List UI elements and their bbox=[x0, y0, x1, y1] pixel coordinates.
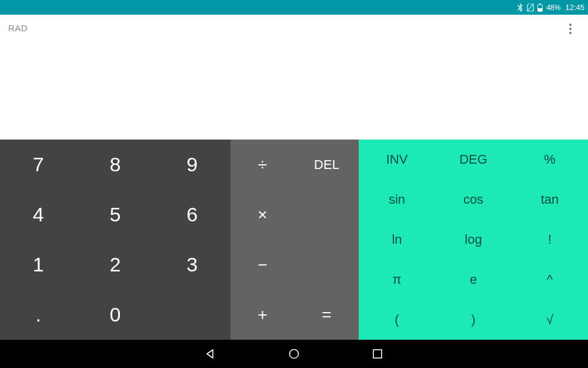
svg-point-4 bbox=[290, 350, 299, 359]
delete-button[interactable]: DEL bbox=[295, 140, 359, 190]
fn-deg[interactable]: DEG bbox=[435, 140, 512, 180]
dots-vertical-icon bbox=[569, 24, 572, 26]
fn-inv[interactable]: INV bbox=[359, 140, 435, 180]
op-multiply[interactable]: × bbox=[230, 190, 295, 240]
op-add[interactable]: + bbox=[230, 290, 295, 340]
op-blank-2 bbox=[295, 240, 359, 290]
fn-percent[interactable]: % bbox=[512, 140, 588, 180]
svg-line-0 bbox=[527, 4, 533, 11]
status-bar: 48% 12:45 bbox=[0, 0, 588, 15]
battery-icon bbox=[537, 4, 543, 12]
nav-back-button[interactable] bbox=[204, 347, 217, 360]
op-blank-1 bbox=[295, 190, 359, 240]
advanced-pad: INV DEG % sin cos tan ln log ! π e ^ ( )… bbox=[359, 140, 588, 340]
operator-pad: ÷ DEL × − + = bbox=[230, 140, 359, 340]
overflow-menu-button[interactable] bbox=[563, 22, 577, 36]
numeric-pad: 7 8 9 4 5 6 1 2 3 . 0 bbox=[0, 140, 230, 340]
const-pi[interactable]: π bbox=[359, 260, 435, 300]
digit-3[interactable]: 3 bbox=[153, 240, 230, 290]
nav-bar bbox=[0, 340, 588, 368]
triangle-back-icon bbox=[205, 348, 216, 360]
digit-9[interactable]: 9 bbox=[153, 140, 230, 190]
digit-0[interactable]: 0 bbox=[77, 290, 154, 340]
digit-8[interactable]: 8 bbox=[77, 140, 154, 190]
left-paren[interactable]: ( bbox=[359, 300, 435, 340]
svg-rect-5 bbox=[373, 350, 382, 358]
equals-button[interactable]: = bbox=[295, 290, 359, 340]
angle-mode: RAD bbox=[8, 23, 28, 33]
fn-sqrt[interactable]: √ bbox=[512, 300, 588, 340]
calc-display: RAD bbox=[0, 15, 588, 140]
digit-1[interactable]: 1 bbox=[0, 240, 77, 290]
battery-percent: 48% bbox=[546, 4, 560, 12]
svg-rect-3 bbox=[538, 8, 542, 12]
square-recent-icon bbox=[372, 349, 383, 359]
status-clock: 12:45 bbox=[565, 3, 584, 12]
fn-power[interactable]: ^ bbox=[512, 260, 588, 300]
digit-6[interactable]: 6 bbox=[153, 190, 230, 240]
digit-4[interactable]: 4 bbox=[0, 190, 77, 240]
fn-cos[interactable]: cos bbox=[435, 180, 512, 220]
fn-ln[interactable]: ln bbox=[359, 220, 435, 260]
digit-5[interactable]: 5 bbox=[77, 190, 154, 240]
nav-recent-button[interactable] bbox=[371, 347, 384, 360]
fn-factorial[interactable]: ! bbox=[512, 220, 588, 260]
const-e[interactable]: e bbox=[435, 260, 512, 300]
circle-home-icon bbox=[288, 348, 300, 360]
numeric-blank bbox=[153, 290, 230, 340]
fn-log[interactable]: log bbox=[435, 220, 512, 260]
decimal-point[interactable]: . bbox=[0, 290, 77, 340]
keypad: 7 8 9 4 5 6 1 2 3 . 0 ÷ DEL × − + = INV … bbox=[0, 140, 588, 340]
nav-home-button[interactable] bbox=[288, 347, 300, 360]
digit-2[interactable]: 2 bbox=[77, 240, 154, 290]
no-sim-icon bbox=[527, 4, 534, 12]
op-divide[interactable]: ÷ bbox=[230, 140, 295, 190]
bluetooth-icon bbox=[517, 4, 523, 12]
fn-sin[interactable]: sin bbox=[359, 180, 435, 220]
op-subtract[interactable]: − bbox=[230, 240, 295, 290]
fn-tan[interactable]: tan bbox=[512, 180, 588, 220]
digit-7[interactable]: 7 bbox=[0, 140, 77, 190]
right-paren[interactable]: ) bbox=[435, 300, 512, 340]
